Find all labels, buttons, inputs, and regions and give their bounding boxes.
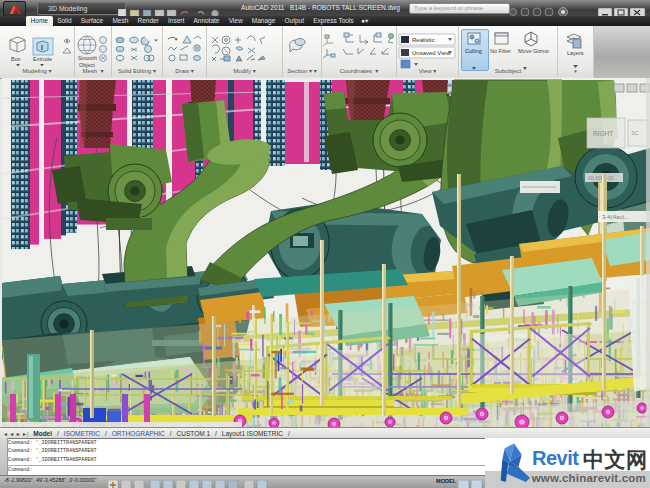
svg-text:Smooth: Smooth [78, 55, 97, 61]
svg-text:Extrude: Extrude [33, 56, 52, 62]
svg-text:Realistic: Realistic [412, 37, 435, 43]
svg-text:Culling: Culling [465, 48, 482, 54]
svg-text:Layers: Layers [567, 50, 584, 56]
svg-text:3C: 3C [631, 130, 639, 136]
svg-text:3-4(4av)...: 3-4(4av)... [602, 214, 630, 220]
svg-text:No Filter: No Filter [490, 48, 511, 54]
svg-text:Object: Object [79, 62, 95, 68]
svg-text:Box: Box [11, 56, 21, 62]
svg-text:00-0000-00: 00-0000-00 [588, 175, 614, 181]
svg-text:Move Gizmo: Move Gizmo [518, 48, 549, 54]
svg-text:Unsaved View: Unsaved View [412, 50, 451, 56]
svg-text:RIGHT: RIGHT [593, 130, 613, 137]
